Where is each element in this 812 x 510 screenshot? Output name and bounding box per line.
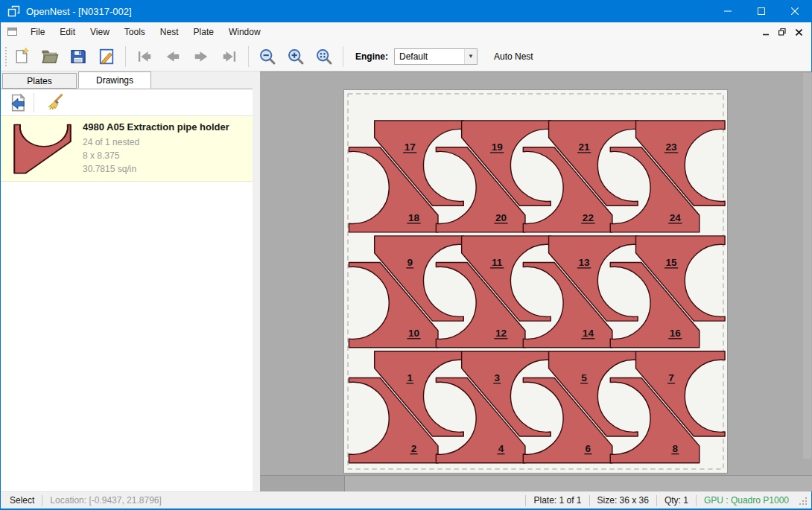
new-button[interactable] [9,45,34,68]
drawing-dimensions: 8 x 8.375 [83,149,229,162]
part-number-label: 23 [666,141,678,153]
zoom-out-icon [258,48,276,66]
nest-canvas[interactable]: 171819202122232491011121314151612345678 [260,71,812,491]
zoom-fit-button[interactable] [311,45,337,68]
save-icon [69,48,87,66]
main-toolbar: Engine: Default ▼ Auto Nest [1,42,811,71]
first-plate-button[interactable] [132,45,157,68]
part-number-label: 11 [492,257,503,268]
tab-drawings[interactable]: Drawings [78,71,151,89]
menubar: File Edit View Tools Nest Plate Window [1,22,811,42]
status-size: Size: 36 x 36 [597,495,649,506]
mdi-close-icon [796,29,802,36]
statusbar-separator [696,495,697,506]
status-plate: Plate: 1 of 1 [533,495,581,506]
resize-grip[interactable] [796,494,808,506]
new-file-icon [13,48,31,66]
zoom-in-button[interactable] [283,45,308,68]
menu-plate[interactable]: Plate [186,23,221,41]
zoom-fit-icon [315,48,333,66]
mdi-close-button[interactable] [790,25,807,39]
zoom-in-icon [287,48,305,66]
status-location: Location: [-0.9437, 21.8796] [50,495,161,506]
menu-edit[interactable]: Edit [52,23,83,41]
engine-label: Engine: [355,51,388,62]
panel-toolbar-separator [34,93,34,112]
part-number-label: 7 [668,372,674,383]
part-number-label: 5 [581,372,587,383]
part-number-label: 6 [586,443,591,454]
first-arrow-icon [136,48,153,66]
drawing-list-item[interactable]: 4980 A05 Extraction pipe holder 24 of 1 … [1,116,253,182]
import-drawing-button[interactable] [5,92,31,114]
chevron-down-icon[interactable]: ▼ [464,49,477,64]
status-qty: Qty: 1 [664,495,688,506]
horizontal-scrollbar-thumb[interactable] [260,476,345,492]
drawings-toolbar [1,89,253,116]
toolbar-separator [248,46,249,67]
window-title: OpenNest - [N0317-002] [26,6,132,17]
drawing-title: 4980 A05 Extraction pipe holder [83,121,229,133]
toolbar-grip[interactable] [4,47,7,66]
status-gpu: GPU : Quadro P1000 [704,495,789,506]
last-plate-button[interactable] [217,45,242,68]
part-thumbnail [11,122,74,176]
menu-tools[interactable]: Tools [117,23,153,41]
menu-view[interactable]: View [83,23,117,41]
menu-nest[interactable]: Nest [153,23,186,41]
vertical-scrollbar[interactable] [803,73,811,459]
tab-plates[interactable]: Plates [2,73,77,89]
drawing-nested-count: 24 of 1 nested [83,136,229,149]
auto-nest-button[interactable]: Auto Nest [488,48,539,66]
statusbar-separator [525,495,526,506]
part-number-label: 2 [411,443,417,454]
maximize-icon [758,7,765,15]
toolbar-separator [125,46,126,67]
statusbar: Select Location: [-0.9437, 21.8796] Plat… [1,491,811,509]
zoom-out-button[interactable] [255,45,280,68]
engine-value: Default [395,51,464,62]
part-number-label: 3 [494,372,500,383]
next-arrow-icon [192,48,210,66]
close-button[interactable] [778,0,811,22]
toolbar-separator [343,46,343,67]
open-folder-icon [41,48,59,66]
drawings-panel: 4980 A05 Extraction pipe holder 24 of 1 … [1,89,253,491]
next-plate-button[interactable] [188,45,214,68]
mdi-minimize-icon [763,29,770,36]
panel-splitter[interactable] [253,71,260,491]
maximize-button[interactable] [744,0,778,22]
minimize-button[interactable] [711,0,744,22]
minimize-icon [724,7,732,15]
part-number-label: 9 [407,257,413,268]
previous-plate-button[interactable] [160,45,185,68]
mdi-child-icon[interactable] [7,26,19,38]
mdi-restore-button[interactable] [774,25,790,39]
plate-sheet: 171819202122232491011121314151612345678 [343,89,728,474]
open-button[interactable] [37,45,63,68]
save-report-button[interactable] [94,45,119,68]
drawing-area: 30.7815 sq/in [83,162,229,176]
clear-drawings-button[interactable] [42,92,67,114]
part-number-label: 13 [579,257,591,268]
part-number-label: 1 [407,372,413,383]
menu-window[interactable]: Window [221,23,268,41]
status-mode: Select [10,495,34,506]
app-window: OpenNest - [N0317-002] File Edit View To… [0,0,812,510]
part-number-label: 10 [408,328,419,339]
nest-plate-svg: 171819202122232491011121314151612345678 [344,90,727,473]
engine-select[interactable]: Default ▼ [394,48,478,65]
part-number-label: 19 [492,141,504,153]
part-number-label: 20 [495,212,507,223]
mdi-minimize-button[interactable] [758,25,774,39]
import-arrow-icon [8,93,28,112]
part-number-label: 15 [666,257,678,268]
app-icon [7,5,20,18]
horizontal-scrollbar[interactable] [260,475,812,491]
part-number-label: 8 [673,443,679,454]
statusbar-separator [42,495,42,506]
titlebar: OpenNest - [N0317-002] [1,0,811,22]
previous-arrow-icon [164,48,182,66]
save-button[interactable] [66,45,91,68]
menu-file[interactable]: File [23,23,52,41]
